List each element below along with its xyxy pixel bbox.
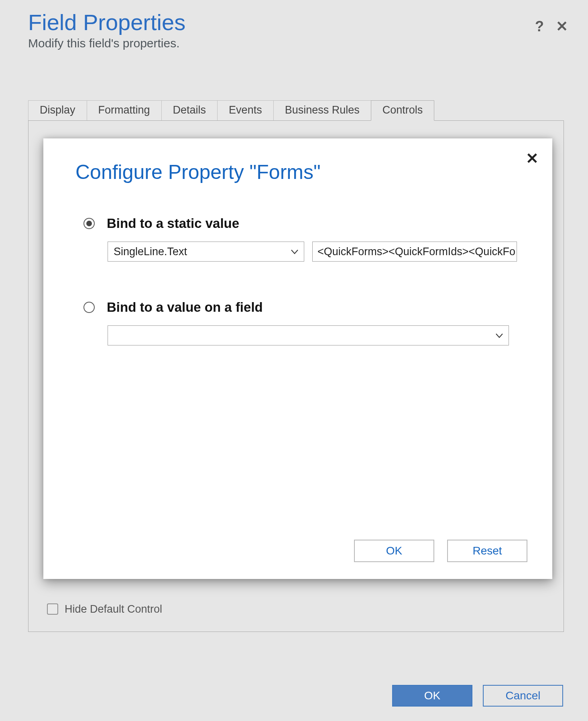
chevron-down-icon: [496, 330, 503, 341]
configure-property-modal: ✕ Configure Property "Forms" Bind to a s…: [43, 138, 552, 579]
tab-formatting[interactable]: Formatting: [87, 100, 162, 121]
modal-body: Bind to a static value SingleLine.Text <…: [43, 184, 552, 345]
static-value-inputs: SingleLine.Text <QuickForms><QuickFormId…: [108, 242, 524, 262]
modal-close-icon[interactable]: ✕: [526, 150, 539, 167]
tab-business-rules[interactable]: Business Rules: [273, 100, 371, 121]
radio-field-value[interactable]: [83, 302, 95, 313]
modal-ok-button[interactable]: OK: [354, 540, 434, 562]
field-value-inputs: [108, 325, 524, 345]
field-value-option[interactable]: Bind to a value on a field: [83, 300, 524, 315]
header-text-block: Field Properties Modify this field's pro…: [28, 10, 185, 50]
field-value-label: Bind to a value on a field: [107, 300, 263, 315]
page-title: Field Properties: [28, 10, 185, 35]
type-select[interactable]: SingleLine.Text: [108, 242, 304, 262]
tab-display[interactable]: Display: [28, 100, 87, 121]
tab-controls[interactable]: Controls: [371, 100, 435, 121]
static-value-option[interactable]: Bind to a static value: [83, 216, 524, 231]
static-value-input[interactable]: <QuickForms><QuickFormIds><QuickFo: [312, 242, 517, 262]
modal-footer: OK Reset: [354, 540, 527, 562]
type-select-value: SingleLine.Text: [114, 246, 187, 258]
hide-default-checkbox[interactable]: [47, 603, 58, 615]
tab-details[interactable]: Details: [161, 100, 218, 121]
tabs-row: Display Formatting Details Events Busine…: [28, 100, 564, 121]
tab-events[interactable]: Events: [217, 100, 274, 121]
field-value-section: Bind to a value on a field: [83, 300, 524, 345]
static-value-label: Bind to a static value: [107, 216, 239, 231]
hide-default-control-row: Hide Default Control: [47, 603, 162, 615]
dialog-footer-buttons: OK Cancel: [392, 685, 563, 707]
hide-default-label: Hide Default Control: [65, 603, 162, 615]
header-icon-group: ? ✕: [535, 18, 568, 35]
field-select[interactable]: [108, 325, 509, 345]
chevron-down-icon: [291, 246, 298, 257]
field-properties-header: Field Properties Modify this field's pro…: [0, 8, 588, 54]
ok-button[interactable]: OK: [392, 685, 472, 707]
static-value-text: <QuickForms><QuickFormIds><QuickFo: [317, 246, 515, 258]
modal-reset-button[interactable]: Reset: [447, 540, 527, 562]
cancel-button[interactable]: Cancel: [483, 685, 563, 707]
help-icon[interactable]: ?: [535, 18, 544, 35]
close-icon[interactable]: ✕: [556, 18, 568, 35]
page-subtitle: Modify this field's properties.: [28, 37, 185, 50]
modal-title: Configure Property "Forms": [43, 138, 552, 184]
radio-static-value[interactable]: [83, 218, 95, 229]
